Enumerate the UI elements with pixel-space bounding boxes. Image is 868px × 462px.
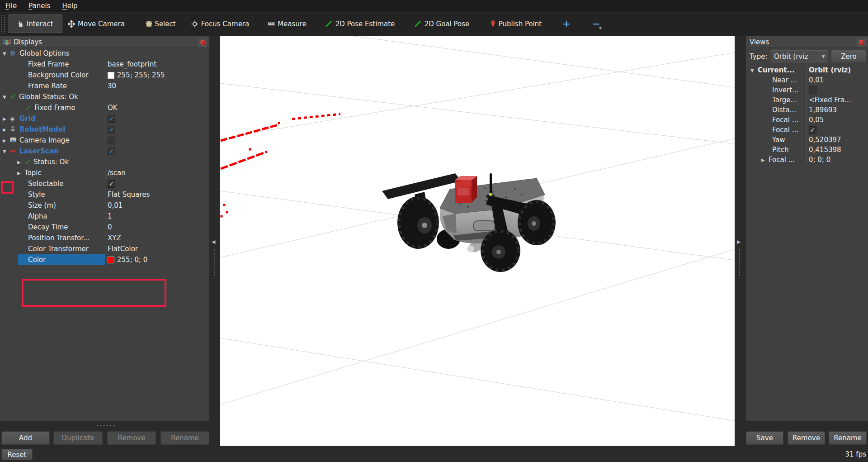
view-row-invert[interactable]: Invert... — [746, 85, 868, 95]
display-row-alpha[interactable]: Alpha1 — [0, 211, 209, 222]
display-row-camera-image[interactable]: ▶Camera Image — [0, 135, 209, 146]
property-value[interactable]: Orbit (rviz) — [809, 66, 851, 74]
view-row-yaw[interactable]: Yaw0,520397 — [746, 135, 868, 145]
property-value[interactable]: 255; 0; 0 — [117, 256, 147, 264]
display-row-status-ok[interactable]: ▶✓Status: Ok — [0, 157, 209, 167]
display-row-topic[interactable]: ▶Topic/scan — [0, 167, 209, 178]
checkbox-checked[interactable]: ✓ — [108, 126, 115, 133]
splitter-handle[interactable] — [214, 249, 215, 276]
property-value[interactable]: 1,89693 — [809, 106, 837, 114]
view-row-targe[interactable]: Targe...<Fixed Fra... — [746, 95, 868, 105]
duplicate-display-button[interactable]: Duplicate — [53, 431, 103, 445]
remove-display-button[interactable]: Remove — [107, 431, 156, 445]
property-value[interactable]: base_footprint — [108, 60, 156, 68]
display-row-global-status-ok[interactable]: ▼✓Global Status: Ok — [0, 91, 209, 102]
tool-publish-point[interactable]: Publish Point — [485, 14, 547, 33]
color-swatch[interactable] — [108, 72, 114, 79]
views-panel-header[interactable]: Views ✕ — [746, 36, 868, 48]
property-value[interactable]: /scan — [108, 169, 126, 177]
property-value[interactable]: 0,05 — [809, 116, 824, 124]
zero-button[interactable]: Zero — [831, 50, 867, 63]
3d-viewport[interactable] — [220, 36, 735, 446]
expand-arrow-icon[interactable]: ▶ — [761, 157, 769, 162]
display-row-style[interactable]: StyleFlat Squares — [0, 189, 209, 200]
property-value[interactable]: 0; 0; 0 — [809, 156, 830, 164]
display-row-fixed-frame[interactable]: ✓Fixed FrameOK — [0, 102, 209, 113]
property-value[interactable]: 0 — [108, 223, 112, 231]
expand-arrow-icon[interactable]: ▶ — [3, 116, 10, 121]
display-row-background-color[interactable]: Background Color255; 255; 255 — [0, 70, 209, 81]
property-value[interactable]: 1 — [108, 212, 112, 220]
remove-view-button[interactable]: Remove — [788, 431, 825, 445]
add-tool-button[interactable]: + — [559, 14, 574, 33]
close-panel-button[interactable]: ✕ — [198, 38, 207, 47]
collapse-arrow-icon[interactable]: ▼ — [3, 95, 10, 100]
property-value[interactable]: OK — [108, 104, 118, 112]
tool-2d-pose-estimate[interactable]: 2D Pose Estimate — [322, 14, 398, 33]
property-value[interactable]: 255; 255; 255 — [117, 71, 165, 79]
collapse-left-arrow-icon[interactable]: ◀ — [212, 239, 215, 245]
view-row-dista[interactable]: Dista...1,89693 — [746, 105, 868, 115]
toolbar-drag-handle[interactable] — [1, 15, 5, 33]
rename-view-button[interactable]: Rename — [829, 431, 867, 445]
collapse-right-arrow-icon[interactable]: ▶ — [737, 239, 741, 245]
tool-select[interactable]: Select — [142, 14, 179, 33]
display-row-color[interactable]: Color255; 0; 0 — [0, 254, 209, 265]
property-value[interactable]: FlatColor — [108, 245, 138, 253]
checkbox-checked[interactable]: ✓ — [108, 148, 115, 155]
display-row-robotmodel[interactable]: ▶RobotModel✓ — [0, 124, 209, 135]
property-value[interactable]: 0,415398 — [809, 146, 841, 154]
expand-arrow-icon[interactable]: ▶ — [17, 160, 24, 165]
checkbox-unchecked[interactable] — [108, 137, 115, 144]
display-row-position-transfor[interactable]: Position Transfor...XYZ — [0, 233, 209, 243]
display-row-selectable[interactable]: Selectable✓ — [0, 178, 209, 189]
reset-button[interactable]: Reset — [1, 449, 33, 460]
display-row-grid[interactable]: ▶◈Grid✓ — [0, 113, 209, 124]
property-value[interactable]: 0,01 — [108, 201, 123, 210]
save-view-button[interactable]: Save — [746, 431, 783, 445]
menu-panels[interactable]: Panels — [28, 2, 50, 10]
display-row-fixed-frame[interactable]: Fixed Framebase_footprint — [0, 59, 209, 70]
checkbox-unchecked[interactable] — [809, 86, 816, 94]
display-row-decay-time[interactable]: Decay Time0 — [0, 222, 209, 233]
display-row-global-options[interactable]: ▼⚙Global Options — [0, 48, 209, 59]
right-panel-splitter[interactable]: ▶ — [735, 36, 745, 446]
collapse-arrow-icon[interactable]: ▼ — [3, 51, 10, 56]
splitter-handle[interactable] — [739, 249, 740, 276]
expand-arrow-icon[interactable]: ▶ — [3, 138, 10, 143]
left-panel-splitter[interactable]: ◀ — [209, 36, 220, 446]
tool-measure[interactable]: Measure — [265, 14, 309, 33]
view-row-focal[interactable]: ▶Focal ...0; 0; 0 — [746, 155, 868, 165]
color-swatch[interactable] — [108, 257, 114, 263]
tool-focus-camera[interactable]: Focus Camera — [189, 14, 252, 33]
toolbar-overflow-arrow-icon[interactable]: ▾ — [599, 25, 602, 31]
display-row-color-transformer[interactable]: Color TransformerFlatColor — [0, 243, 209, 254]
menu-file[interactable]: File — [5, 2, 17, 10]
display-row-frame-rate[interactable]: Frame Rate30 — [0, 81, 209, 91]
view-row-focal[interactable]: Focal ...✓ — [746, 125, 868, 135]
tool-move-camera[interactable]: Move Camera — [65, 14, 128, 33]
property-value[interactable]: 30 — [108, 82, 116, 90]
property-value[interactable]: <Fixed Fra... — [809, 96, 851, 104]
checkbox-checked[interactable]: ✓ — [809, 126, 816, 134]
expand-arrow-icon[interactable]: ▶ — [3, 127, 10, 132]
checkbox-checked[interactable]: ✓ — [108, 180, 115, 188]
property-value[interactable]: 0,520397 — [809, 136, 841, 144]
display-row-laserscan[interactable]: ▼LaserScan✓ — [0, 146, 209, 157]
display-row-size-m[interactable]: Size (m)0,01 — [0, 200, 209, 211]
collapse-arrow-icon[interactable]: ▼ — [750, 68, 758, 73]
checkbox-checked[interactable]: ✓ — [108, 115, 115, 123]
view-row-current[interactable]: ▼Current...Orbit (rviz) — [746, 65, 868, 75]
property-value[interactable]: 0,01 — [809, 76, 824, 84]
view-type-dropdown[interactable]: Orbit (rviz ▼ — [771, 50, 828, 62]
tool-interact[interactable]: Interact — [8, 14, 62, 33]
menu-help[interactable]: Help — [62, 2, 77, 10]
close-panel-button[interactable]: ✕ — [857, 38, 866, 47]
rename-display-button[interactable]: Rename — [160, 431, 209, 445]
view-row-focal[interactable]: Focal ...0,05 — [746, 115, 868, 125]
collapse-arrow-icon[interactable]: ▼ — [3, 149, 10, 154]
property-value[interactable]: XYZ — [108, 234, 121, 242]
displays-panel-header[interactable]: Displays ✕ — [0, 36, 209, 48]
property-value[interactable]: Flat Squares — [108, 191, 150, 199]
add-display-button[interactable]: Add — [1, 431, 50, 445]
